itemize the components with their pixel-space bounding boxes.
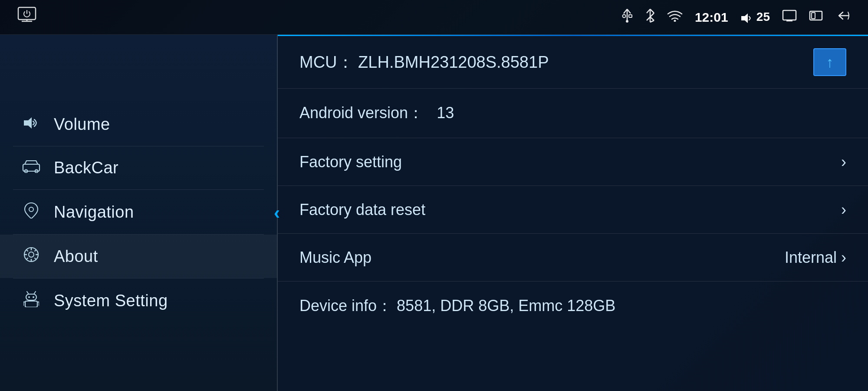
sidebar-item-navigation[interactable]: Navigation: [0, 190, 277, 234]
svg-point-43: [33, 296, 34, 298]
factory-data-reset-label: Factory data reset: [299, 201, 832, 219]
sidebar-item-backcar[interactable]: BackCar: [0, 146, 277, 189]
svg-line-14: [650, 20, 654, 22]
status-left: [17, 7, 40, 28]
svg-line-13: [650, 17, 654, 20]
svg-rect-41: [26, 294, 36, 300]
system-setting-icon: [22, 291, 41, 311]
bluetooth-icon: [645, 8, 655, 26]
sidebar-item-about[interactable]: About: [0, 235, 277, 278]
android-version-row: Android version： 13: [278, 89, 868, 138]
wifi-icon: [667, 10, 683, 25]
main-content: Volume BackCar: [0, 35, 868, 391]
svg-rect-44: [25, 301, 37, 307]
factory-setting-label: Factory setting: [299, 153, 832, 171]
collapse-arrow: ‹: [274, 202, 280, 223]
screen: 12:01 25: [0, 0, 868, 391]
sidebar: Volume BackCar: [0, 35, 278, 391]
svg-point-30: [29, 252, 34, 257]
sidebar-item-system-setting[interactable]: System Setting: [0, 278, 277, 323]
volume-icon: [22, 116, 41, 133]
mcu-label: MCU： ZLH.BMH231208S.8581P: [299, 51, 549, 73]
content-panel: MCU： ZLH.BMH231208S.8581P ↑ Android vers…: [278, 35, 868, 391]
usb-icon: [621, 8, 633, 26]
music-app-value: Internal ›: [785, 249, 846, 267]
svg-line-12: [650, 13, 654, 17]
back-icon[interactable]: [836, 10, 851, 25]
svg-line-37: [35, 250, 36, 252]
svg-point-7: [622, 15, 625, 18]
backcar-label: BackCar: [54, 159, 118, 177]
svg-line-11: [650, 9, 654, 13]
screen2-icon: [809, 10, 824, 25]
svg-marker-24: [24, 117, 32, 129]
factory-setting-row[interactable]: Factory setting ›: [278, 138, 868, 186]
svg-line-38: [26, 258, 28, 260]
backcar-icon: [22, 159, 41, 176]
svg-rect-19: [783, 10, 796, 20]
svg-line-35: [26, 250, 28, 252]
svg-line-36: [35, 258, 36, 260]
svg-rect-23: [812, 13, 815, 19]
status-volume-display: 25: [740, 10, 770, 24]
svg-point-42: [28, 296, 30, 298]
navigation-icon: [22, 202, 41, 222]
system-setting-label: System Setting: [54, 292, 168, 310]
mcu-row: MCU： ZLH.BMH231208S.8581P ↑: [278, 36, 868, 89]
status-right: 12:01 25: [621, 8, 851, 26]
music-app-row[interactable]: Music App Internal ›: [278, 234, 868, 282]
status-time: 12:01: [695, 10, 728, 25]
music-app-label: Music App: [299, 249, 785, 267]
svg-point-17: [674, 20, 676, 22]
volume-label: Volume: [54, 115, 110, 134]
android-version-value: 13: [437, 104, 454, 122]
factory-setting-arrow: ›: [841, 153, 846, 171]
about-icon: [22, 247, 41, 266]
screen1-icon: [782, 10, 797, 25]
device-info-label: Device info： 8581, DDR 8GB, Emmc 128GB: [299, 295, 615, 317]
android-version-label: Android version： 13: [299, 103, 846, 124]
update-arrow-icon: ↑: [826, 54, 834, 71]
svg-point-28: [29, 207, 33, 212]
navigation-label: Navigation: [54, 203, 134, 222]
volume-value: 25: [756, 10, 770, 23]
sidebar-item-volume[interactable]: Volume: [0, 103, 277, 146]
update-button[interactable]: ↑: [813, 48, 846, 76]
factory-data-reset-arrow: ›: [841, 201, 846, 219]
status-bar: 12:01 25: [0, 0, 868, 35]
factory-data-reset-row[interactable]: Factory data reset ›: [278, 186, 868, 234]
device-info-row: Device info： 8581, DDR 8GB, Emmc 128GB: [278, 282, 868, 331]
svg-rect-8: [629, 15, 632, 17]
about-label: About: [54, 247, 98, 266]
svg-marker-18: [741, 13, 748, 23]
power-icon[interactable]: [17, 7, 40, 28]
collapse-button[interactable]: ‹: [265, 201, 289, 225]
svg-point-9: [626, 20, 628, 23]
